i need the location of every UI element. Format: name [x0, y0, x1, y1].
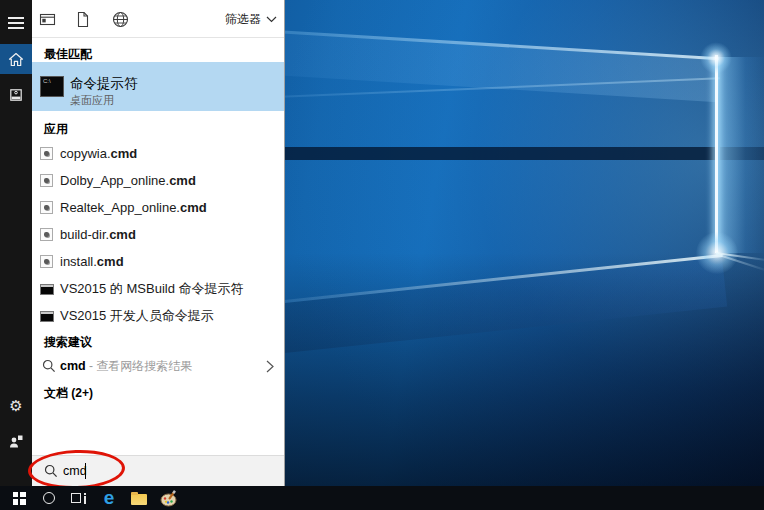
documents-filter-button[interactable]	[74, 11, 91, 28]
gear-icon: ⚙	[9, 398, 22, 413]
search-results-panel: 筛选器 最佳匹配 C:\ 命令提示符 桌面应用 应用 copywia.cmd D…	[32, 0, 285, 486]
web-filter-button[interactable]	[112, 11, 129, 28]
cmd-file-icon	[40, 255, 53, 268]
web-filter-icon	[112, 11, 129, 28]
sidebar-item-notebook[interactable]	[0, 80, 32, 110]
cmd-file-icon	[40, 174, 53, 187]
app-result-row[interactable]: VS2015 的 MSBuild 命令提示符	[32, 275, 284, 302]
search-icon	[44, 464, 58, 478]
start-button[interactable]	[4, 486, 34, 510]
cmd-file-icon	[40, 147, 53, 160]
cortana-icon	[43, 492, 55, 504]
sidebar-item-feedback[interactable]	[0, 426, 32, 456]
notebook-icon	[8, 87, 24, 103]
suggestion-query: cmd	[60, 359, 86, 373]
cmd-file-icon	[40, 201, 53, 214]
taskbar: e	[0, 486, 764, 510]
sidebar-item-settings[interactable]: ⚙	[0, 390, 32, 420]
task-view-button[interactable]	[64, 486, 94, 510]
app-result-row[interactable]: build-dir.cmd	[32, 221, 284, 248]
filters-dropdown[interactable]: 筛选器	[225, 11, 277, 28]
edge-button[interactable]: e	[94, 486, 124, 510]
paint-icon	[160, 490, 178, 507]
app-result-row[interactable]: copywia.cmd	[32, 140, 284, 167]
paint-button[interactable]	[154, 486, 184, 510]
console-icon	[40, 284, 54, 295]
console-icon	[40, 311, 54, 322]
app-result-row[interactable]: VS2015 开发人员命令提示	[32, 302, 284, 329]
app-result-row[interactable]: Realtek_App_online.cmd	[32, 194, 284, 221]
app-result-row[interactable]: install.cmd	[32, 248, 284, 275]
edge-icon: e	[104, 488, 115, 507]
search-icon	[42, 359, 56, 373]
start-sidebar: ⚙	[0, 0, 32, 486]
desktop-screen: ⚙	[0, 0, 764, 510]
command-prompt-icon: C:\	[40, 76, 64, 97]
windows-logo-icon	[13, 492, 26, 505]
search-suggestions-header: 搜索建议	[44, 334, 92, 351]
home-icon	[8, 52, 24, 67]
search-input-value: cmd	[63, 456, 87, 486]
hamburger-menu-button[interactable]	[0, 8, 32, 38]
sidebar-item-home[interactable]	[0, 44, 32, 74]
best-match-result-command-prompt[interactable]: C:\ 命令提示符 桌面应用	[32, 62, 284, 111]
apps-filter-icon	[39, 11, 56, 28]
best-match-subtitle: 桌面应用	[70, 93, 114, 108]
search-filter-bar: 筛选器	[32, 0, 284, 38]
chevron-down-icon	[266, 16, 277, 23]
documents-filter-icon	[74, 11, 91, 28]
best-match-header: 最佳匹配	[44, 46, 92, 63]
web-search-suggestion-row[interactable]: cmd - 查看网络搜索结果	[32, 353, 284, 380]
cortana-button[interactable]	[34, 486, 64, 510]
app-result-row[interactable]: Dolby_App_online.cmd	[32, 167, 284, 194]
documents-header: 文档 (2+)	[44, 385, 93, 402]
feedback-person-icon	[9, 434, 24, 449]
file-explorer-icon	[131, 494, 147, 505]
task-view-icon	[71, 492, 87, 504]
hamburger-icon	[8, 14, 24, 32]
filters-label: 筛选器	[225, 11, 261, 28]
text-cursor	[85, 463, 86, 479]
cmd-file-icon	[40, 228, 53, 241]
suggestion-detail: - 查看网络搜索结果	[86, 359, 193, 373]
best-match-title: 命令提示符	[70, 75, 138, 93]
chevron-right-icon	[266, 360, 274, 373]
apps-header: 应用	[44, 121, 68, 138]
search-input[interactable]: cmd	[32, 455, 284, 486]
apps-filter-button[interactable]	[39, 11, 56, 28]
file-explorer-button[interactable]	[124, 486, 154, 510]
